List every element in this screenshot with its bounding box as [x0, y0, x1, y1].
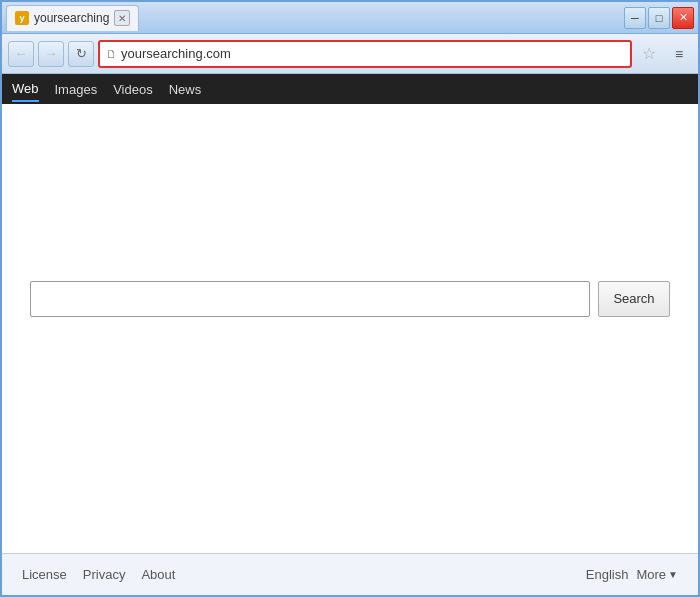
page-icon: 🗋 — [106, 48, 117, 60]
tab-news[interactable]: News — [169, 78, 202, 101]
window-controls: ─ □ ✕ — [624, 7, 694, 29]
language-link[interactable]: English — [586, 567, 629, 582]
browser-tab[interactable]: y yoursearching ✕ — [6, 5, 139, 31]
tab-web[interactable]: Web — [12, 77, 39, 102]
browser-window: y yoursearching ✕ ─ □ ✕ ← → ↻ 🗋 ☆ ≡ Web … — [0, 0, 700, 597]
minimize-button[interactable]: ─ — [624, 7, 646, 29]
search-button[interactable]: Search — [598, 281, 669, 317]
tab-title: yoursearching — [34, 11, 109, 25]
close-button[interactable]: ✕ — [672, 7, 694, 29]
navigation-bar: ← → ↻ 🗋 ☆ ≡ — [2, 34, 698, 74]
license-link[interactable]: License — [22, 567, 67, 582]
refresh-button[interactable]: ↻ — [68, 41, 94, 67]
forward-button[interactable]: → — [38, 41, 64, 67]
search-input[interactable] — [30, 281, 590, 317]
tab-favicon: y — [15, 11, 29, 25]
tab-close-button[interactable]: ✕ — [114, 10, 130, 26]
address-bar-container: 🗋 — [98, 40, 632, 68]
privacy-link[interactable]: Privacy — [83, 567, 126, 582]
address-input[interactable] — [121, 46, 624, 61]
footer-links-left: License Privacy About — [22, 567, 175, 582]
more-button[interactable]: More ▼ — [636, 567, 678, 582]
tab-images[interactable]: Images — [55, 78, 98, 101]
search-area: Search — [30, 281, 669, 317]
titlebar: y yoursearching ✕ ─ □ ✕ — [2, 2, 698, 34]
browser-menu-icon[interactable]: ≡ — [666, 41, 692, 67]
footer: License Privacy About English More ▼ — [2, 553, 698, 595]
maximize-button[interactable]: □ — [648, 7, 670, 29]
more-dropdown-icon: ▼ — [668, 569, 678, 580]
about-link[interactable]: About — [141, 567, 175, 582]
more-label: More — [636, 567, 666, 582]
footer-links-right: English More ▼ — [586, 567, 678, 582]
tab-videos[interactable]: Videos — [113, 78, 153, 101]
main-content: Search — [2, 104, 698, 553]
bookmark-star-icon[interactable]: ☆ — [636, 41, 662, 67]
back-button[interactable]: ← — [8, 41, 34, 67]
search-type-toolbar: Web Images Videos News — [2, 74, 698, 104]
